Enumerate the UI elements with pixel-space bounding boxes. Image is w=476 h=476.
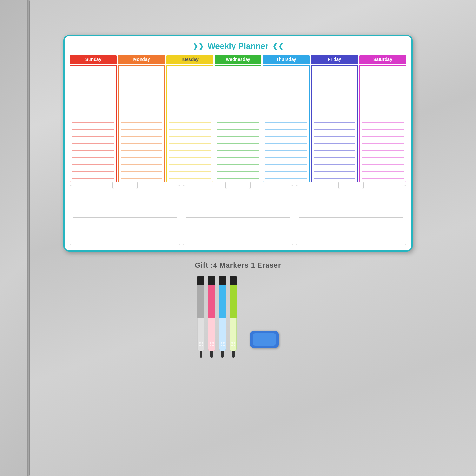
day-column-monday: Monday [118,55,165,182]
note-body-2 [183,189,293,245]
note-section-1 [70,185,180,245]
sunday-body [70,65,117,182]
friday-header: Friday [311,55,358,64]
arrow-left-icon: ❯❯ [192,42,204,50]
marker-blue [219,276,226,358]
day-column-thursday: Thursday [263,55,310,182]
marker-green-body [230,285,237,351]
note-tab-3 [338,182,364,189]
arrow-right-icon: ❮❮ [272,42,284,50]
days-grid: Sunday Monday Tuesday [70,55,406,182]
day-column-tuesday: Tuesday [166,55,213,182]
tuesday-header: Tuesday [166,55,213,64]
note-body-1 [70,189,180,245]
saturday-body [359,65,406,182]
marker-green-cap [230,276,237,285]
monday-body [118,65,165,182]
markers-row [63,276,413,358]
marker-blue-body [219,285,226,351]
marker-gray-cap [197,276,204,285]
notes-grid [70,185,406,245]
note-section-3 [296,185,406,245]
wednesday-header: Wednesday [215,55,261,64]
marker-pink-body [208,285,215,351]
fridge-seam [27,0,30,476]
note-tab-2 [225,182,251,189]
day-column-wednesday: Wednesday [215,55,261,182]
day-column-friday: Friday [311,55,358,182]
marker-pink [208,276,215,358]
day-column-sunday: Sunday [70,55,117,182]
marker-green-tip [232,351,235,358]
planner-board: ❯❯ Weekly Planner ❮❮ Sunday Monday [63,35,413,252]
tuesday-body [166,65,213,182]
sunday-header: Sunday [70,55,117,64]
eraser [250,331,279,348]
marker-blue-cap [219,276,226,285]
day-column-saturday: Saturday [359,55,406,182]
note-section-2 [183,185,293,245]
marker-pink-cap [208,276,215,285]
friday-body [311,65,358,182]
marker-green [230,276,237,358]
thursday-body [263,65,310,182]
gift-section: Gift :4 Markers 1 Eraser [63,261,413,358]
planner-wrapper: ❯❯ Weekly Planner ❮❮ Sunday Monday [63,35,413,358]
monday-header: Monday [118,55,165,64]
marker-gray-body [197,285,204,351]
note-tab-1 [112,182,138,189]
marker-gray-tip [200,351,202,358]
marker-pink-tip [210,351,213,358]
planner-title: ❯❯ Weekly Planner ❮❮ [70,41,406,51]
wednesday-body [215,65,261,182]
saturday-header: Saturday [359,55,406,64]
marker-blue-tip [221,351,224,358]
thursday-header: Thursday [263,55,310,64]
note-body-3 [296,189,406,245]
fridge-background: ❯❯ Weekly Planner ❮❮ Sunday Monday [0,0,476,476]
planner-title-text: Weekly Planner [208,41,268,51]
sunday-line [72,67,114,74]
marker-gray [197,276,204,358]
gift-title: Gift :4 Markers 1 Eraser [63,261,413,269]
